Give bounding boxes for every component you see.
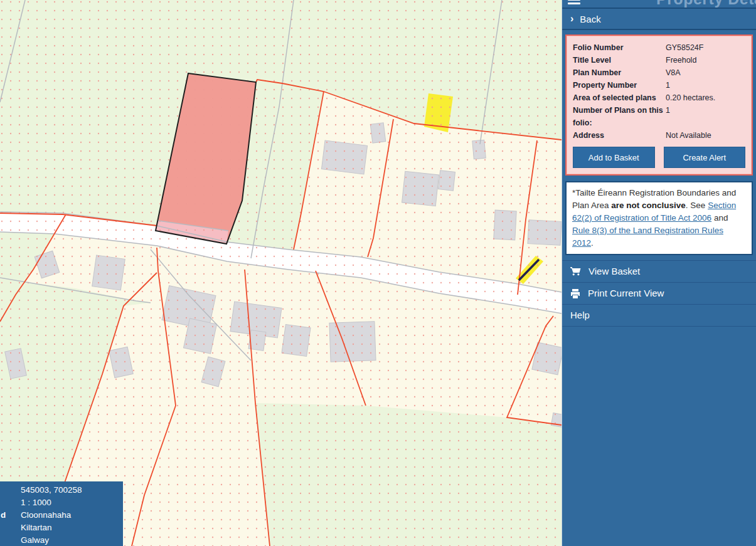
property-details-panel: Folio Number GY58524F Title Level Freeho… — [565, 34, 753, 176]
print-current-view-button[interactable]: Print Current View — [562, 283, 756, 305]
printer-icon — [570, 289, 580, 298]
property-row: Folio Number GY58524F — [573, 41, 745, 54]
property-row: Address Not Available — [573, 129, 745, 142]
map-scale: 1 : 1000 — [0, 496, 123, 509]
map-svg — [0, 0, 562, 546]
add-to-basket-button[interactable]: Add to Basket — [573, 147, 655, 168]
help-button[interactable]: Help — [562, 305, 756, 327]
plan-number-value: V8A — [666, 66, 745, 79]
map-barony: Kiltartan — [0, 522, 123, 534]
create-alert-button[interactable]: Create Alert — [664, 147, 746, 168]
property-row: Plan Number V8A — [573, 66, 745, 79]
sidebar: Property Details ›Back Folio Number GY58… — [562, 0, 756, 546]
folio-number-value: GY58524F — [666, 41, 745, 54]
page-title: Property Details — [656, 0, 756, 8]
cutoff-label-fragment: d — [1, 509, 6, 522]
map-county: Galway — [0, 534, 123, 546]
property-row: Number of Plans on this folio: 1 — [573, 104, 745, 129]
view-basket-button[interactable]: View Basket — [562, 261, 756, 283]
property-number-value: 1 — [666, 79, 745, 92]
sidebar-menu: View Basket Print Current View Help — [562, 260, 756, 327]
map-coordinates: 545003, 700258 — [0, 484, 123, 496]
plan-count-value: 1 — [666, 104, 745, 129]
address-value: Not Available — [666, 129, 745, 142]
property-row: Property Number 1 — [573, 79, 745, 92]
back-button[interactable]: ›Back — [562, 9, 756, 30]
property-row: Title Level Freehold — [573, 54, 745, 66]
sidebar-header: Property Details — [562, 0, 756, 9]
boundaries-disclaimer: *Tailte Éireann Registration Boundaries … — [565, 181, 753, 255]
hamburger-icon[interactable] — [568, 0, 580, 5]
stipple-overlay — [0, 0, 562, 546]
rule-8-link[interactable]: Rule 8(3) of the Land Registration Rules… — [572, 226, 723, 248]
property-row: Area of selected plans 0.20 hectares. — [573, 92, 745, 104]
map-townland: d Cloonnahaha — [0, 509, 123, 522]
map-canvas[interactable]: 545003, 700258 1 : 1000 d Cloonnahaha Ki… — [0, 0, 562, 546]
title-level-value: Freehold — [666, 54, 745, 66]
chevron-right-icon: › — [570, 8, 573, 29]
land-registry-app: 545003, 700258 1 : 1000 d Cloonnahaha Ki… — [0, 0, 756, 546]
cart-icon — [570, 267, 581, 276]
area-value: 0.20 hectares. — [666, 92, 745, 104]
map-info-box: 545003, 700258 1 : 1000 d Cloonnahaha Ki… — [0, 481, 123, 546]
